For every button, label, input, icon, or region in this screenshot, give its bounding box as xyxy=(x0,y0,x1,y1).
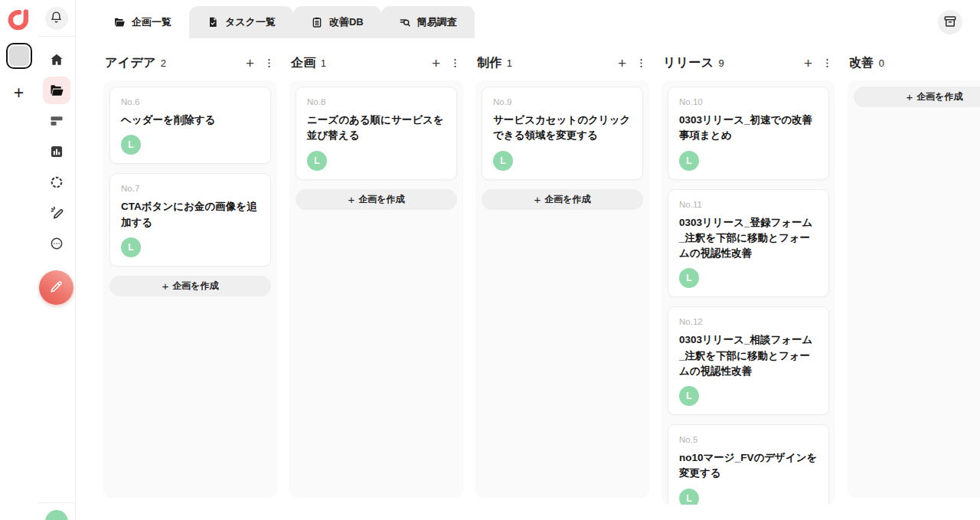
column-title: アイデア xyxy=(105,55,156,71)
kanban-card[interactable]: No.12 0303リリース_相談フォーム_注釈を下部に移動とフォームの視認性改… xyxy=(668,306,829,415)
folder-icon xyxy=(49,83,64,98)
tab-label: 簡易調査 xyxy=(417,15,457,29)
column-count: 0 xyxy=(879,57,884,69)
column-title: 制作 xyxy=(477,55,502,71)
assignee-avatar: L xyxy=(121,237,141,257)
add-card-icon-button[interactable]: + xyxy=(246,56,254,70)
clipboard-icon xyxy=(311,16,323,28)
column-header: アイデア 2 + xyxy=(103,54,277,80)
card-number: No.8 xyxy=(307,97,446,106)
column-menu-button[interactable] xyxy=(263,57,275,69)
column-body: + 企画を作成 xyxy=(848,80,980,498)
pencil-icon xyxy=(49,280,64,296)
column-count: 1 xyxy=(507,57,512,69)
task-doc-icon xyxy=(207,16,219,28)
assignee-avatar: L xyxy=(679,151,699,171)
app-root: + 企画一覧 タスク一覧 xyxy=(0,0,980,520)
kanban-card[interactable]: No.11 0303リリース_登録フォーム_注釈を下部に移動とフォームの視認性改… xyxy=(668,189,829,298)
sidebar xyxy=(38,0,76,520)
column-body: No.9 サービスカセットのクリックできる領域を変更する L + 企画を作成 xyxy=(475,80,649,498)
circle-icon xyxy=(49,175,64,190)
column-title: 企画 xyxy=(291,55,316,71)
tab-plan-list[interactable]: 企画一覧 xyxy=(96,6,189,38)
sidebar-item-layout[interactable] xyxy=(43,107,70,135)
card-number: No.7 xyxy=(121,184,260,193)
archive-icon xyxy=(943,15,957,31)
column-release: リリース 9 + No.10 0303リリース_初速での改善事項まとめ L No… xyxy=(662,54,835,505)
add-card-icon-button[interactable]: + xyxy=(432,56,440,70)
plus-icon: + xyxy=(162,280,168,292)
assignee-avatar: L xyxy=(493,151,513,171)
workspace-rail: + xyxy=(0,0,38,520)
card-title: no10マージ_FVのデザインを変更する xyxy=(679,450,818,482)
column-body: No.10 0303リリース_初速での改善事項まとめ L No.11 0303リ… xyxy=(662,80,835,505)
clipboard-icon xyxy=(311,16,323,28)
card-title: ニーズのある順にサービスを並び替える xyxy=(307,113,446,144)
tab-kaizen-db[interactable]: 改善DB xyxy=(293,6,381,38)
tab-label: タスク一覧 xyxy=(225,15,276,29)
main-area: 企画一覧 タスク一覧 改善DB 簡易調査 アイデア 2 + xyxy=(76,0,980,520)
sidebar-item-analytics[interactable] xyxy=(43,138,70,165)
folder-icon xyxy=(113,16,126,28)
compose-fab-button[interactable] xyxy=(39,270,74,305)
column-count: 2 xyxy=(161,57,166,69)
kanban-card[interactable]: No.8 ニーズのある順にサービスを並び替える L xyxy=(296,87,457,180)
column-title: リリース xyxy=(663,55,714,71)
sidebar-item-projects[interactable] xyxy=(43,77,70,104)
sidebar-item-status[interactable] xyxy=(43,168,70,196)
card-title: ヘッダーを削除する xyxy=(121,113,260,128)
bell-icon xyxy=(50,11,63,26)
create-card-button[interactable]: + 企画を作成 xyxy=(296,189,457,210)
folder-icon xyxy=(113,16,126,28)
notifications-button[interactable] xyxy=(45,7,68,30)
card-number: No.11 xyxy=(679,200,818,209)
column-menu-button[interactable] xyxy=(822,57,833,69)
card-title: 0303リリース_登録フォーム_注釈を下部に移動とフォームの視認性改善 xyxy=(679,215,818,262)
archive-button[interactable] xyxy=(938,10,962,34)
user-avatar[interactable] xyxy=(45,510,68,520)
card-number: No.12 xyxy=(679,317,818,326)
create-card-button[interactable]: + 企画を作成 xyxy=(482,189,643,210)
kanban-card[interactable]: No.7 CTAボタンにお金の画像を追加する L xyxy=(109,173,271,267)
add-card-icon-button[interactable]: + xyxy=(618,56,626,70)
plus-icon: + xyxy=(534,194,541,205)
column-menu-button[interactable] xyxy=(635,57,647,69)
column-header: リリース 9 + xyxy=(662,54,835,80)
column-body: No.6 ヘッダーを削除する L No.7 CTAボタンにお金の画像を追加する … xyxy=(103,80,277,498)
column-header: 企画 1 + xyxy=(289,54,463,80)
card-title: サービスカセットのクリックできる領域を変更する xyxy=(493,113,632,144)
add-workspace-button[interactable]: + xyxy=(14,84,24,102)
home-icon xyxy=(49,52,64,67)
card-title: 0303リリース_初速での改善事項まとめ xyxy=(679,113,818,144)
plus-icon: + xyxy=(348,194,354,205)
create-card-button[interactable]: + 企画を作成 xyxy=(109,276,271,296)
sidebar-footer xyxy=(38,502,75,520)
card-number: No.5 xyxy=(679,435,818,444)
assignee-avatar: L xyxy=(307,151,327,171)
sidebar-item-home[interactable] xyxy=(43,46,70,74)
kanban-card[interactable]: No.6 ヘッダーを削除する L xyxy=(109,87,271,164)
column-count: 1 xyxy=(321,57,326,69)
column-title: 改善 xyxy=(849,55,874,71)
add-card-icon-button[interactable]: + xyxy=(804,56,812,70)
column-menu-button[interactable] xyxy=(449,57,461,69)
sidebar-divider xyxy=(38,36,76,37)
workspace-tile[interactable] xyxy=(6,43,32,69)
search-list-icon xyxy=(399,16,411,28)
sidebar-item-edit-tools[interactable] xyxy=(43,199,70,227)
tab-task-list[interactable]: タスク一覧 xyxy=(189,6,293,38)
create-card-button[interactable]: + 企画を作成 xyxy=(854,87,980,107)
card-title: 0303リリース_相談フォーム_注釈を下部に移動とフォームの視認性改善 xyxy=(679,332,818,379)
card-number: No.6 xyxy=(121,97,260,106)
column-actions: + xyxy=(804,56,833,70)
tab-bar: 企画一覧 タスク一覧 改善DB 簡易調査 xyxy=(76,6,980,38)
bar-chart-icon xyxy=(49,144,64,159)
kanban-card[interactable]: No.5 no10マージ_FVのデザインを変更する L xyxy=(668,424,829,505)
tab-quick-survey[interactable]: 簡易調査 xyxy=(381,6,475,38)
column-body: No.8 ニーズのある順にサービスを並び替える L + 企画を作成 xyxy=(289,80,463,498)
kanban-card[interactable]: No.9 サービスカセットのクリックできる領域を変更する L xyxy=(482,87,643,180)
sidebar-item-more[interactable] xyxy=(43,230,70,257)
assignee-avatar: L xyxy=(679,268,699,288)
column-actions: + xyxy=(432,56,461,70)
kanban-card[interactable]: No.10 0303リリース_初速での改善事項まとめ L xyxy=(668,87,829,180)
